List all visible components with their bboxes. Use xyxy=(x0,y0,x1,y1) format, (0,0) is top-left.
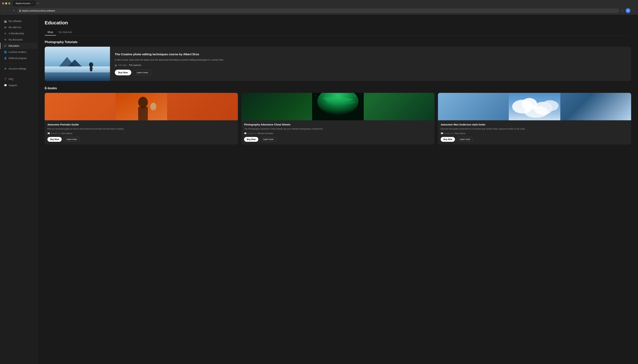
ebook-meta-portraits: 📖 E-book by Team Skylum xyxy=(48,132,235,134)
ebook-info-adventure: Photography Adventure Cheat Sheets The P… xyxy=(241,120,435,144)
url-input[interactable] xyxy=(17,8,619,13)
ebook-type-adventure: E-book xyxy=(248,132,254,134)
featured-course-meta: ▦ 6/8 video 70% watched xyxy=(115,64,626,66)
sidebar-item-x-membership[interactable]: ✕ X Membership xyxy=(0,30,38,36)
ebook-desc-wes-anderson: Discover this guide composed of 10 sunse… xyxy=(441,127,628,130)
tab-bar: Skylum Account ✕ + xyxy=(13,1,636,6)
ebook-buy-adventure-button[interactable]: Buy Now xyxy=(244,137,258,142)
svg-rect-3 xyxy=(45,66,110,72)
settings-icon: ⚙ xyxy=(4,67,7,70)
sidebar-label-referral-program: Referral program xyxy=(9,57,27,60)
ebook-image-clouds xyxy=(438,93,631,120)
sidebar-item-my-discounts[interactable]: % My discounts xyxy=(0,36,38,43)
svg-point-9 xyxy=(138,97,148,108)
featured-course-card: The Creative photo editing techniques co… xyxy=(45,47,631,81)
ebook-info-wes-anderson: Awesome Wes Anderson style looks Discove… xyxy=(438,120,631,144)
ebook-buy-portraits-button[interactable]: Buy Now xyxy=(48,137,62,142)
grid-icon: ⊞ xyxy=(4,26,7,29)
ebook-title-adventure: Photography Adventure Cheat Sheets xyxy=(244,123,432,126)
maximize-button[interactable] xyxy=(8,2,10,4)
sidebar-item-my-software[interactable]: 💻 My software xyxy=(0,18,38,24)
ebook-buy-wes-anderson-button[interactable]: Buy Now xyxy=(441,137,455,142)
sidebar: 💻 My software ⊞ My add-ons ✕ X Membershi… xyxy=(0,14,38,364)
svg-point-18 xyxy=(326,96,326,96)
ebook-card-adventure: Photography Adventure Cheat Sheets The P… xyxy=(241,93,435,144)
book-icon-adventure: 📖 xyxy=(244,132,247,134)
laptop-icon: 💻 xyxy=(4,20,7,22)
book-icon-portraits: 📖 xyxy=(48,132,50,134)
ebooks-grid: Awesome Portraits Guide Red our exclusiv… xyxy=(45,93,631,144)
page-title: Education xyxy=(45,20,631,26)
sidebar-label-luminar-insiders: Luminar Insiders xyxy=(9,51,27,53)
new-tab-button[interactable]: + xyxy=(36,1,40,6)
ebook-author-prefix-portraits: by xyxy=(58,132,60,134)
featured-video-count: 6/8 video xyxy=(119,64,127,66)
sidebar-item-my-add-ons[interactable]: ⊞ My add-ons xyxy=(0,24,38,30)
sidebar-item-support[interactable]: 💬 Support xyxy=(0,82,38,88)
faq-icon: ❓ xyxy=(4,78,7,80)
photography-tutorials-section: Photography Tutorials xyxy=(45,40,631,81)
featured-buy-now-button[interactable]: Buy Now xyxy=(115,70,131,75)
sidebar-label-my-software: My software xyxy=(9,20,22,22)
featured-progress: 70% watched xyxy=(129,64,141,66)
featured-course-info: The Creative photo editing techniques co… xyxy=(110,47,631,81)
ebook-actions-wes-anderson: Buy Now Learn more xyxy=(441,137,628,142)
ebook-title-portraits: Awesome Portraits Guide xyxy=(48,123,235,126)
ebook-actions-adventure: Buy Now Learn more xyxy=(244,137,432,142)
sidebar-item-referral-program[interactable]: 👤 Referral program xyxy=(0,55,38,61)
sidebar-item-account-settings[interactable]: ⚙ Account settings xyxy=(0,66,38,72)
ebook-author-adventure: Richard Schneider xyxy=(258,132,273,134)
refresh-button[interactable]: ↻ xyxy=(12,8,16,13)
tab-close-icon[interactable]: ✕ xyxy=(32,2,33,4)
svg-point-20 xyxy=(355,96,355,96)
globe-icon: 🌐 xyxy=(4,51,7,53)
ebook-meta-wes-anderson: 📖 E-book by Team Skylum xyxy=(441,132,628,134)
back-button[interactable]: ← xyxy=(2,8,6,13)
sidebar-item-education[interactable]: 🎓 Education xyxy=(0,43,38,49)
ebook-learn-more-portraits-button[interactable]: Learn more xyxy=(63,137,80,142)
ebook-card-portraits: Awesome Portraits Guide Red our exclusiv… xyxy=(45,93,238,144)
featured-course-title: The Creative photo editing techniques co… xyxy=(115,52,626,56)
sidebar-label-faq: FAQ xyxy=(9,78,14,80)
featured-learn-more-button[interactable]: Learn more xyxy=(133,70,152,75)
sidebar-item-luminar-insiders[interactable]: 🌐 Luminar Insiders xyxy=(0,49,38,55)
bookmark-icon[interactable]: ☆ xyxy=(620,8,624,13)
support-icon: 💬 xyxy=(4,84,7,87)
browser-tab-active[interactable]: Skylum Account ✕ xyxy=(13,1,35,6)
lock-icon: 🔒 xyxy=(19,10,21,12)
svg-rect-4 xyxy=(45,72,110,81)
course-image-svg xyxy=(45,47,110,81)
ebook-type-portraits: E-book xyxy=(51,132,57,134)
clouds-svg xyxy=(438,93,631,120)
ebooks-section: E-books xyxy=(45,86,631,144)
tab-shop[interactable]: Shop xyxy=(45,29,56,36)
sidebar-label-account-settings: Account settings xyxy=(9,67,26,70)
titlebar: Skylum Account ✕ + xyxy=(0,0,638,7)
ebook-card-wes-anderson: Awesome Wes Anderson style looks Discove… xyxy=(438,93,631,144)
user-avatar[interactable]: D xyxy=(626,8,630,13)
ebook-type-wes-anderson: E-book xyxy=(444,132,450,134)
forward-button[interactable]: → xyxy=(7,8,11,13)
ebook-author-prefix-wes-anderson: by xyxy=(451,132,453,134)
tab-my-materials[interactable]: My Materials xyxy=(56,29,75,36)
menu-icon[interactable]: ⋮ xyxy=(632,8,636,13)
graduation-icon: 🎓 xyxy=(4,44,7,47)
browser-toolbar: ← → ↻ 🔒 ☆ D ⋮ xyxy=(0,7,638,14)
svg-rect-7 xyxy=(89,68,93,69)
ebook-learn-more-wes-anderson-button[interactable]: Learn more xyxy=(457,137,473,142)
portraits-svg xyxy=(45,93,238,120)
app-layout: 💻 My software ⊞ My add-ons ✕ X Membershi… xyxy=(0,14,638,364)
video-icon: ▦ xyxy=(115,64,117,66)
ebook-image-portraits xyxy=(45,93,238,120)
traffic-lights xyxy=(2,2,10,4)
url-bar-wrapper: 🔒 xyxy=(17,8,619,13)
minimize-button[interactable] xyxy=(5,2,7,4)
ebook-desc-adventure: The Photography Adventure Cheat Sheets a… xyxy=(244,127,432,130)
svg-point-21 xyxy=(360,94,360,94)
sidebar-item-faq[interactable]: ❓ FAQ xyxy=(0,76,38,82)
ebook-learn-more-adventure-button[interactable]: Learn more xyxy=(260,137,276,142)
close-button[interactable] xyxy=(2,2,4,4)
sidebar-label-education: Education xyxy=(9,44,19,47)
featured-course-image xyxy=(45,47,110,81)
ebook-meta-adventure: 📖 E-book by Richard Schneider xyxy=(244,132,432,134)
